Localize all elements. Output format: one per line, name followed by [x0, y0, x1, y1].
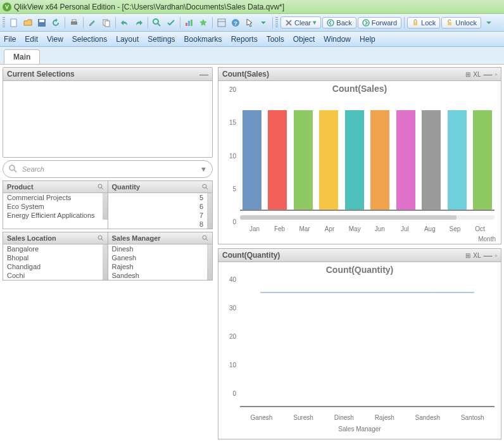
list-item[interactable]: Eco System [3, 202, 103, 211]
menu-tools[interactable]: Tools [267, 35, 284, 44]
list-item[interactable]: Bangalore [3, 244, 103, 253]
search-small-icon[interactable] [98, 184, 104, 190]
current-selections-header[interactable]: Current Selections — [3, 68, 212, 81]
cursor-icon[interactable] [243, 16, 256, 29]
help-tb-icon[interactable]: ? [229, 16, 242, 29]
menu-settings[interactable]: Settings [148, 35, 175, 44]
redo-icon[interactable] [132, 16, 145, 29]
bar[interactable] [448, 110, 467, 210]
svg-point-16 [327, 20, 334, 26]
menu-window[interactable]: Window [324, 35, 351, 44]
tab-main[interactable]: Main [4, 49, 40, 64]
refresh-icon[interactable] [49, 16, 62, 29]
toolbar-grip-2[interactable] [275, 17, 278, 28]
list-item[interactable]: Dinesh [108, 244, 208, 253]
minimize-icon[interactable]: — [483, 252, 492, 258]
minimize-icon[interactable]: — [199, 71, 208, 77]
main-toolbar: ? Clear ▾ Back Forward Lock Unlock [0, 14, 504, 32]
list-item[interactable]: Cochi [3, 271, 103, 280]
scrollbar[interactable] [207, 244, 212, 280]
menu-object[interactable]: Object [293, 35, 315, 44]
menu-edit[interactable]: Edit [25, 35, 38, 44]
menu-layout[interactable]: Layout [116, 35, 139, 44]
manager-listbox[interactable]: Sales Manager DineshGaneshRajeshSandesh [108, 232, 213, 281]
count-sales-chart[interactable]: Count(Sales) ⊞ XL — ▫ Count(Sales) 05101… [218, 67, 501, 244]
search-small-icon[interactable] [202, 184, 208, 190]
quantity-listbox[interactable]: Quantity 5678 [108, 180, 213, 229]
print-icon[interactable] [68, 16, 80, 29]
toolbar-overflow-icon[interactable] [482, 16, 495, 29]
list-item[interactable]: Ganesh [108, 253, 208, 262]
list-item[interactable]: Rajesh [108, 262, 208, 271]
bar[interactable] [473, 110, 492, 210]
chart-cycle-icon[interactable]: ⊞ [465, 71, 470, 78]
chart-icon[interactable] [183, 16, 196, 29]
bar[interactable] [294, 110, 313, 210]
search-tb-icon[interactable] [151, 16, 163, 29]
bar[interactable] [396, 110, 415, 210]
search-placeholder: Search [22, 165, 44, 173]
location-listbox[interactable]: Sales Location BangaloreBhopalChandigadC… [3, 232, 108, 281]
list-item[interactable]: 6 [108, 202, 208, 211]
count-quantity-chart[interactable]: Count(Quantity) ⊞ XL — ▫ Count(Quantity)… [218, 248, 501, 439]
svg-point-7 [153, 19, 158, 24]
bar[interactable] [345, 110, 364, 210]
list-item[interactable]: Bhopal [3, 253, 103, 262]
unlock-button[interactable]: Unlock [441, 17, 481, 28]
bar[interactable] [243, 110, 261, 210]
layout-icon[interactable] [215, 16, 228, 29]
bar[interactable] [268, 110, 287, 210]
menu-help[interactable]: Help [360, 35, 375, 44]
bar[interactable] [319, 110, 338, 210]
list-item[interactable]: 7 [108, 211, 208, 220]
copy-icon[interactable] [100, 16, 113, 29]
list-item[interactable]: Sandesh [108, 271, 208, 280]
minimize-icon[interactable]: — [483, 71, 492, 77]
lock-button[interactable]: Lock [407, 17, 440, 28]
chart-cycle-icon[interactable]: ⊞ [465, 252, 470, 259]
list-item[interactable]: Commercial Projects [3, 193, 103, 202]
menu-view[interactable]: View [47, 35, 63, 44]
open-icon[interactable] [22, 16, 34, 29]
product-listbox[interactable]: Product Commercial ProjectsEco SystemEne… [3, 180, 108, 229]
list-item[interactable]: Chandigad [3, 262, 103, 271]
svg-line-21 [14, 170, 16, 172]
edit-icon[interactable] [86, 16, 99, 29]
new-doc-icon[interactable] [8, 16, 20, 29]
check-icon[interactable] [165, 16, 177, 29]
menu-bar: File Edit View Selections Layout Setting… [0, 32, 504, 47]
clear-button[interactable]: Clear ▾ [280, 16, 321, 28]
search-input[interactable]: Search ▼ [3, 160, 213, 178]
menu-file[interactable]: File [4, 35, 16, 44]
chart-title: Count(Quantity) [218, 262, 501, 277]
current-selections-panel: Current Selections — [3, 67, 213, 158]
toolbar-grip[interactable] [3, 17, 5, 28]
bar[interactable] [370, 110, 389, 210]
list-item[interactable]: Energy Efficient Applications [3, 211, 103, 220]
list-item[interactable]: 8 [108, 220, 208, 229]
scrollbar[interactable] [103, 244, 108, 280]
chevron-down-icon[interactable]: ▼ [200, 165, 207, 173]
scrollbar[interactable] [207, 193, 212, 229]
svg-rect-4 [72, 20, 76, 22]
x-axis-label: Sales Manager [338, 426, 381, 433]
xl-badge[interactable]: XL [473, 71, 481, 78]
dropdown-icon[interactable] [257, 16, 270, 29]
scrollbar[interactable] [103, 193, 108, 220]
undo-icon[interactable] [118, 16, 131, 29]
xl-badge[interactable]: XL [473, 252, 481, 259]
forward-button[interactable]: Forward [358, 17, 401, 28]
chart-scrollbar[interactable] [240, 215, 457, 220]
star-icon[interactable] [197, 16, 210, 29]
search-small-icon[interactable] [98, 235, 104, 241]
menu-bookmarks[interactable]: Bookmarks [184, 35, 222, 44]
save-icon[interactable] [35, 16, 48, 29]
list-item[interactable]: 5 [108, 193, 208, 202]
bar[interactable] [422, 110, 441, 210]
menu-selections[interactable]: Selections [72, 35, 107, 44]
search-small-icon[interactable] [202, 235, 208, 241]
maximize-icon[interactable]: ▫ [495, 252, 497, 259]
back-button[interactable]: Back [322, 17, 356, 28]
maximize-icon[interactable]: ▫ [495, 71, 497, 78]
menu-reports[interactable]: Reports [231, 35, 258, 44]
